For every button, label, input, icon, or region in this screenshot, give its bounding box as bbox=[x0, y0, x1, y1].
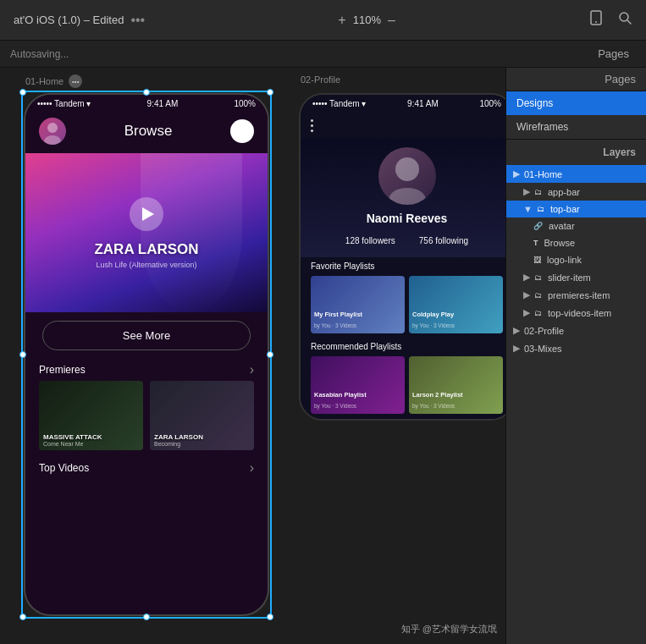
menu-dot-2 bbox=[311, 124, 313, 127]
hero-artist: ZARA LARSON bbox=[94, 241, 198, 258]
playlist-4-name: Larson 2 Playlist bbox=[412, 391, 463, 399]
user-avatar[interactable] bbox=[39, 118, 66, 145]
page-tabs: Designs Wireframes bbox=[506, 91, 646, 140]
hero-section: ZARA LARSON Lush Life (Alternative versi… bbox=[25, 153, 268, 312]
layer-label-01-home: 01-Home bbox=[524, 169, 562, 179]
thumb2-sub: Becoming bbox=[154, 441, 203, 447]
top-videos-header: Top Videos › bbox=[25, 457, 268, 479]
handle-tl[interactable] bbox=[19, 89, 26, 96]
document-title: at'O iOS (1.0) – Edited bbox=[14, 14, 124, 26]
top-videos-label: Top Videos bbox=[39, 462, 89, 474]
thumb1-title: MASSIVE ATTACK bbox=[43, 433, 102, 441]
zoom-in-button[interactable]: + bbox=[338, 13, 345, 28]
premiere-thumb-2: ZARA LARSON Becoming bbox=[150, 381, 254, 450]
pages-header-label: Pages bbox=[605, 73, 636, 85]
playlist-2-name: Coldplay Play bbox=[412, 311, 454, 318]
thumb2-title: ZARA LARSON bbox=[154, 433, 203, 441]
rec-playlists-label: Recommended Playlists bbox=[301, 339, 505, 354]
designs-tab[interactable]: Designs bbox=[506, 91, 646, 115]
followers-stat: 128 followers bbox=[345, 232, 395, 247]
profile-stats: 128 followers 756 following bbox=[345, 232, 468, 247]
layer-logo-link[interactable]: 🖼 logo-link bbox=[506, 251, 646, 268]
status-battery: 100% bbox=[234, 99, 256, 108]
layer-top-bar[interactable]: ▼ 🗂 top-bar bbox=[506, 201, 646, 217]
layers-list: ▶ 01-Home ▶ 🗂 app-bar ▼ 🗂 top-bar 🔗 avat… bbox=[506, 165, 646, 357]
hero-track: Lush Life (Alternative version) bbox=[96, 261, 196, 269]
see-more-button[interactable]: See More bbox=[42, 321, 251, 350]
wireframes-tab[interactable]: Wireframes bbox=[506, 115, 646, 139]
playlist-3: Kasabian Playlist by You · 3 Videos bbox=[311, 356, 405, 414]
premieres-chevron[interactable]: › bbox=[250, 362, 254, 377]
top-bar: at'O iOS (1.0) – Edited ••• + 110% – bbox=[0, 0, 646, 41]
premieres-label: Premieres bbox=[39, 364, 86, 376]
svg-line-3 bbox=[627, 20, 631, 24]
home-phone-selection: ••••• Tandem ▾ 9:41 AM 100% Browse bbox=[24, 93, 269, 616]
more-options-button[interactable]: ••• bbox=[130, 13, 145, 28]
layer-01-home[interactable]: ▶ 01-Home bbox=[506, 165, 646, 183]
premieres-header: Premieres › bbox=[25, 359, 268, 381]
layers-header: Layers bbox=[506, 140, 646, 165]
profile-page-label: 02-Profile bbox=[301, 74, 340, 85]
layer-label-slider-item: slider-item bbox=[548, 272, 591, 283]
home-options-icon[interactable]: ••• bbox=[69, 74, 82, 88]
home-phone-frame: ••••• Tandem ▾ 9:41 AM 100% Browse bbox=[24, 93, 269, 616]
device-preview-icon[interactable] bbox=[588, 10, 604, 30]
layer-avatar[interactable]: 🔗 avatar bbox=[506, 217, 646, 234]
layer-label-app-bar: app-bar bbox=[548, 187, 580, 197]
layer-premieres-item[interactable]: ▶ 🗂 premieres-item bbox=[506, 286, 646, 304]
layer-label-top-bar: top-bar bbox=[550, 204, 580, 214]
layer-app-bar[interactable]: ▶ 🗂 app-bar bbox=[506, 183, 646, 201]
layer-label-premieres-item: premieres-item bbox=[548, 290, 610, 300]
layer-slider-item[interactable]: ▶ 🗂 slider-item bbox=[506, 268, 646, 286]
svg-point-5 bbox=[44, 135, 61, 145]
zoom-out-button[interactable]: – bbox=[388, 13, 395, 28]
profile-menu-button[interactable] bbox=[301, 113, 321, 139]
following-value: 756 following bbox=[419, 236, 468, 245]
playlist-4-sub: by You · 3 Videos bbox=[412, 403, 455, 409]
fav-playlists-label: Favorite Playlists bbox=[301, 257, 505, 273]
page-icon: ▶ bbox=[513, 168, 520, 179]
layer-label-03-mixes: 03-Mixes bbox=[524, 344, 562, 354]
search-icon[interactable] bbox=[617, 10, 632, 30]
profile-carrier: ••••• Tandem ▾ bbox=[312, 99, 366, 108]
play-button[interactable] bbox=[130, 197, 163, 231]
handle-tr[interactable] bbox=[267, 89, 273, 96]
layer-top-videos-item[interactable]: ▶ 🗂 top-videos-item bbox=[506, 304, 646, 322]
layer-label-avatar: avatar bbox=[549, 221, 575, 231]
zoom-level: 110% bbox=[353, 14, 381, 26]
handle-bl[interactable] bbox=[19, 614, 26, 620]
canvas[interactable]: 01-Home ••• ••••• Tandem ▾ 9:41 bbox=[0, 68, 505, 644]
layer-label-top-videos-item: top-videos-item bbox=[548, 308, 611, 318]
watermark: 知乎 @艺术留学女流氓 bbox=[401, 623, 497, 636]
handle-br[interactable] bbox=[267, 614, 273, 620]
layer-label-logo-link: logo-link bbox=[547, 255, 582, 265]
page-icon-profile: ▶ bbox=[513, 325, 520, 336]
home-app-header: Browse bbox=[25, 113, 268, 153]
menu-dot-3 bbox=[311, 129, 313, 132]
layer-03-mixes[interactable]: ▶ 03-Mixes bbox=[506, 339, 646, 357]
top-videos-chevron[interactable]: › bbox=[250, 460, 254, 476]
playlist-2: Coldplay Play by You · 3 Videos bbox=[409, 276, 503, 333]
svg-point-6 bbox=[395, 157, 419, 181]
playlist-1: My First Playlist by You · 3 Videos bbox=[311, 276, 405, 333]
rec-playlists-grid: Kasabian Playlist by You · 3 Videos Lars… bbox=[301, 354, 505, 419]
profile-avatar bbox=[378, 147, 436, 205]
home-action-button[interactable] bbox=[230, 119, 254, 143]
premieres-thumbnails: MASSIVE ATTACK Come Near Me ZARA LARSON … bbox=[25, 381, 268, 457]
layer-02-profile[interactable]: ▶ 02-Profile bbox=[506, 322, 646, 339]
folder-icon-app-bar: ▶ bbox=[523, 186, 530, 197]
profile-battery: 100% bbox=[479, 99, 501, 108]
status-time: 9:41 AM bbox=[147, 99, 179, 108]
autosave-bar: Autosaving... Pages bbox=[0, 41, 646, 68]
layer-browse[interactable]: T Browse bbox=[506, 234, 646, 251]
menu-dot-1 bbox=[311, 119, 313, 122]
playlist-3-sub: by You · 3 Videos bbox=[314, 403, 356, 409]
playlist-4: Larson 2 Playlist by You · 3 Videos bbox=[409, 356, 503, 414]
folder-icon-top-bar: ▼ bbox=[523, 204, 533, 214]
layer-label-browse: Browse bbox=[544, 238, 576, 248]
pages-label: Pages bbox=[598, 47, 636, 60]
zoom-controls: + 110% – bbox=[338, 13, 395, 28]
premieres-section: Premieres › MASSIVE ATTACK Come Near Me bbox=[25, 359, 268, 457]
followers-value: 128 followers bbox=[345, 236, 395, 245]
playlist-1-sub: by You · 3 Videos bbox=[314, 322, 356, 328]
